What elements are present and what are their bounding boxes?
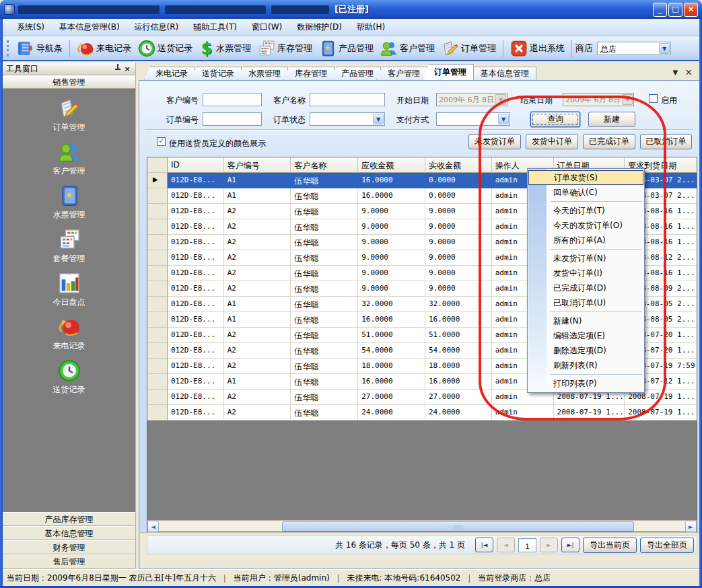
row-selector[interactable] [147, 188, 168, 204]
grid-cell[interactable]: 9.0000 [425, 281, 492, 297]
grid-cell[interactable]: 9.0000 [358, 204, 425, 219]
prev-page-button[interactable]: ◄ [497, 538, 515, 552]
context-menu-item[interactable]: 回单确认(C) [528, 185, 643, 200]
sidebar-item-call-records[interactable]: 来电记录 [53, 316, 85, 352]
grid-cell[interactable]: 16.0000 [425, 374, 492, 390]
grid-cell[interactable]: A2 [224, 266, 291, 281]
grid-cell[interactable]: 012D-E8... [168, 405, 224, 420]
row-selector[interactable] [147, 312, 168, 328]
row-selector[interactable] [147, 359, 168, 374]
grid-cell[interactable]: A2 [224, 390, 291, 405]
grid-cell[interactable]: 012D-E8... [168, 235, 224, 250]
row-selector[interactable] [147, 204, 168, 219]
grid-cell[interactable]: 伍华聪 [291, 359, 358, 374]
tab-basic-info[interactable]: 基本信息管理 [469, 67, 536, 80]
grid-cell[interactable]: 9.0000 [358, 219, 425, 235]
grid-cell[interactable]: 0.0000 [425, 173, 492, 188]
grid-cell[interactable]: 24.0000 [425, 405, 492, 420]
scroll-left-icon[interactable]: ◄ [147, 521, 159, 532]
sidebar-item-order-mgmt[interactable]: 订单管理 [53, 97, 85, 133]
grid-cell[interactable]: A2 [224, 204, 291, 219]
grid-cell[interactable]: 32.0000 [358, 297, 425, 312]
grid-cell[interactable]: 24.0000 [358, 405, 425, 420]
context-menu-item[interactable]: 刷新列表(R) [528, 358, 643, 373]
grid-cell[interactable]: 32.0000 [425, 297, 492, 312]
grid-cell[interactable]: A2 [224, 359, 291, 374]
grid-cell[interactable]: 伍华聪 [291, 343, 358, 359]
sidebar-item-package-mgmt[interactable]: 套餐管理 [53, 228, 85, 264]
order-status-select[interactable]: ▼ [310, 112, 385, 126]
grid-cell[interactable]: 012D-E8... [168, 359, 224, 374]
grid-cell[interactable]: A2 [224, 405, 291, 420]
context-menu-item[interactable]: 订单发货(S) [528, 170, 643, 185]
toolbar-products[interactable]: 产品管理 [316, 38, 377, 59]
toolbar-navigator[interactable]: 导航条 [13, 38, 66, 59]
tab-products[interactable]: 产品管理 [330, 67, 381, 80]
customer-name-input[interactable] [310, 93, 385, 106]
row-selector[interactable] [147, 297, 168, 312]
grid-cell[interactable]: 012D-E8... [168, 173, 224, 188]
grid-cell[interactable]: 伍华聪 [291, 312, 358, 328]
grid-cell[interactable]: 9.0000 [425, 266, 492, 281]
menu-data-maintenance[interactable]: 数据维护(D) [289, 19, 349, 36]
context-menu-item[interactable]: 编辑选定项(E) [528, 328, 643, 343]
shop-select[interactable]: 总店 ▼ [597, 42, 671, 55]
context-menu-item[interactable]: 所有的订单(A) [528, 233, 643, 248]
grid-cell[interactable]: A1 [224, 173, 291, 188]
close-button[interactable]: × [684, 3, 698, 17]
sidebar-item-today-inventory[interactable]: 今日盘点 [53, 272, 85, 308]
filter-unshipped-button[interactable]: 未发货订单 [468, 134, 521, 149]
row-selector[interactable] [147, 328, 168, 343]
row-selector[interactable] [147, 374, 168, 390]
toolbar-delivery-records[interactable]: 送货记录 [135, 38, 196, 59]
grid-cell[interactable]: 伍华聪 [291, 235, 358, 250]
row-selector[interactable] [147, 250, 168, 266]
horizontal-scrollbar[interactable]: ◄ ► [147, 520, 697, 531]
grid-cell[interactable]: 012D-E8... [168, 374, 224, 390]
sidebar-item-customer-mgmt[interactable]: 客户管理 [53, 141, 85, 177]
grid-cell[interactable]: A1 [224, 374, 291, 390]
first-page-button[interactable]: |◄ [475, 538, 493, 552]
context-menu-item[interactable]: 删除选定项(D) [528, 343, 643, 358]
toolbar-water-ticket[interactable]: $ 水票管理 [196, 38, 254, 59]
new-button[interactable]: 新建 [588, 112, 635, 127]
order-no-input[interactable] [203, 112, 262, 126]
grid-cell[interactable]: 9.0000 [358, 281, 425, 297]
grid-cell[interactable]: 012D-E8... [168, 204, 224, 219]
grid-cell[interactable]: 012D-E8... [168, 281, 224, 297]
col-received[interactable]: 实收金额 [425, 157, 492, 173]
start-date-picker[interactable]: 2009年 6月 8日 ▼ [436, 93, 507, 106]
sidebar-section-sales[interactable]: 销售管理 [3, 75, 135, 89]
grid-cell[interactable]: 16.0000 [358, 173, 425, 188]
row-selector[interactable] [147, 219, 168, 235]
row-selector[interactable] [147, 281, 168, 297]
col-receivable[interactable]: 应收金额 [358, 157, 425, 173]
toolbar-exit[interactable]: 退出系统 [507, 38, 568, 59]
grid-cell[interactable]: 16.0000 [358, 188, 425, 204]
sidebar-section-after-sales[interactable]: 售后管理 [3, 554, 135, 568]
grid-cell[interactable]: 012D-E8... [168, 390, 224, 405]
context-menu-item[interactable]: 已完成订单(D) [528, 281, 643, 295]
grid-cell[interactable]: 012D-E8... [168, 328, 224, 343]
grid-cell[interactable]: 012D-E8... [168, 188, 224, 204]
pin-icon[interactable] [113, 64, 122, 73]
row-selector[interactable] [147, 390, 168, 405]
grid-cell[interactable]: 伍华聪 [291, 219, 358, 235]
grid-cell[interactable]: 18.0000 [425, 359, 492, 374]
scrollbar-thumb[interactable] [282, 521, 634, 531]
grid-cell[interactable]: 9.0000 [358, 266, 425, 281]
grid-cell[interactable]: 伍华聪 [291, 188, 358, 204]
grid-cell[interactable]: 54.0000 [358, 343, 425, 359]
grid-cell[interactable]: 9.0000 [425, 250, 492, 266]
grid-cell[interactable]: 012D-E8... [168, 266, 224, 281]
sidebar-section-finance[interactable]: 财务管理 [3, 540, 135, 554]
chevron-down-icon[interactable]: ▼ [498, 114, 509, 124]
tab-close-icon[interactable]: × [685, 67, 693, 77]
menu-window[interactable]: 窗口(W) [244, 19, 289, 36]
grid-cell[interactable]: A2 [224, 343, 291, 359]
grid-cell[interactable]: 16.0000 [358, 374, 425, 390]
context-menu-item[interactable]: 未发货订单(N) [528, 251, 643, 266]
export-current-page-button[interactable]: 导出当前页 [583, 538, 637, 553]
row-selector[interactable] [147, 343, 168, 359]
filter-cancelled-button[interactable]: 已取消订单 [640, 134, 692, 149]
